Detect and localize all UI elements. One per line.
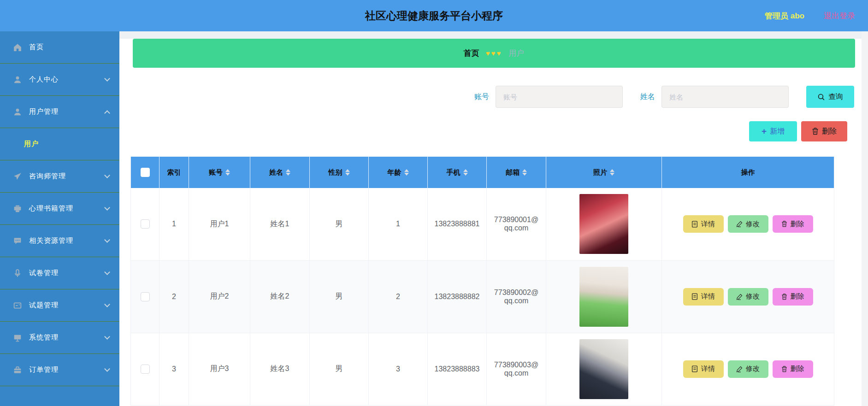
header-phone[interactable]: 手机 — [428, 157, 487, 188]
header-gender[interactable]: 性别 — [310, 157, 369, 188]
cell-phone: 13823888883 — [428, 333, 487, 405]
header-label: 索引 — [167, 168, 181, 177]
chevron-down-icon — [104, 269, 110, 275]
chevron-down-icon — [104, 205, 110, 211]
table-row: 1 用户1 姓名1 男 1 13823888881 773890001@qq.c… — [131, 188, 834, 260]
header-photo[interactable]: 照片 — [546, 157, 662, 188]
detail-button[interactable]: 详情 — [683, 360, 724, 378]
header-label: 年龄 — [388, 168, 402, 177]
cell-email: 773890001@qq.com — [487, 188, 546, 260]
user-photo[interactable] — [579, 194, 628, 254]
table-header-row: 索引 账号 姓名 性别 — [131, 157, 834, 188]
monitor-icon — [13, 333, 22, 342]
app-title: 社区心理健康服务平台小程序 — [0, 0, 868, 31]
chevron-down-icon — [104, 366, 110, 372]
edit-button[interactable]: 修改 — [728, 288, 768, 306]
sidebar-subitem-label: 用户 — [24, 140, 39, 148]
header-name[interactable]: 姓名 — [250, 157, 310, 188]
sidebar-item-counselor-management[interactable]: 咨询师管理 — [0, 160, 119, 193]
logout-link[interactable]: 退出登录 — [824, 11, 855, 21]
sidebar-item-personal-center[interactable]: 个人中心 — [0, 64, 119, 96]
detail-button[interactable]: 详情 — [683, 288, 724, 306]
sidebar-item-label: 相关资源管理 — [29, 236, 73, 245]
delete-button[interactable]: 删除 — [773, 360, 813, 378]
document-icon — [691, 365, 698, 372]
sort-icon — [286, 169, 290, 176]
users-icon — [13, 107, 22, 117]
cell-age: 3 — [369, 333, 428, 405]
detail-button[interactable]: 详情 — [683, 215, 724, 233]
chevron-down-icon — [104, 301, 110, 307]
sort-icon — [463, 169, 468, 176]
sidebar-item-home[interactable]: 首页 — [0, 31, 119, 64]
row-checkbox[interactable] — [141, 219, 150, 229]
cell-name: 姓名2 — [250, 260, 310, 333]
sidebar-item-label: 用户管理 — [29, 107, 59, 116]
query-button[interactable]: 查询 — [806, 86, 854, 108]
pencil-icon — [736, 221, 743, 227]
sort-icon — [345, 169, 350, 176]
pencil-icon — [736, 366, 743, 372]
breadcrumb-home[interactable]: 首页 — [464, 48, 479, 59]
select-all-header — [131, 157, 159, 188]
add-button[interactable]: + 新增 — [749, 121, 797, 141]
pencil-icon — [736, 294, 743, 300]
delete-button[interactable]: 删除 — [773, 288, 813, 306]
sidebar-subitem-user[interactable]: 用户 — [0, 128, 119, 160]
edit-button-label: 修改 — [746, 292, 760, 301]
header-account[interactable]: 账号 — [189, 157, 250, 188]
edit-button[interactable]: 修改 — [728, 360, 768, 378]
sidebar-item-resource-management[interactable]: 相关资源管理 — [0, 225, 119, 257]
scrollbar[interactable] — [862, 31, 868, 406]
row-checkbox[interactable] — [141, 365, 150, 374]
cell-index: 2 — [159, 260, 189, 333]
sidebar-item-label: 首页 — [29, 43, 44, 52]
cell-age: 2 — [369, 260, 428, 333]
sidebar-item-book-management[interactable]: 心理书籍管理 — [0, 193, 119, 225]
main-content: 首页 ♥♥♥ 用户 账号 姓名 查询 + 新增 — [119, 31, 868, 406]
page: 社区心理健康服务平台小程序 管理员 abo 退出登录 首页 个人中心 用户管理 — [0, 0, 868, 406]
name-input[interactable] — [661, 86, 789, 108]
select-all-checkbox[interactable] — [141, 168, 150, 177]
batch-delete-label: 删除 — [822, 127, 837, 136]
edit-button-label: 修改 — [746, 220, 760, 229]
sidebar-item-label: 系统管理 — [29, 333, 59, 342]
header-age[interactable]: 年龄 — [369, 157, 428, 188]
row-checkbox[interactable] — [141, 292, 150, 301]
cell-gender: 男 — [310, 188, 369, 260]
header-label: 姓名 — [269, 168, 283, 177]
table-row: 2 用户2 姓名2 男 2 13823888882 773890002@qq.c… — [131, 260, 834, 333]
chat-icon — [13, 236, 22, 246]
cell-phone: 13823888882 — [428, 260, 487, 333]
sort-icon — [610, 169, 614, 176]
cell-gender: 男 — [310, 260, 369, 333]
trash-icon — [781, 294, 787, 300]
sidebar-item-label: 个人中心 — [29, 75, 59, 84]
sidebar-item-label: 订单管理 — [29, 365, 59, 374]
user-photo[interactable] — [579, 267, 628, 327]
briefcase-icon — [13, 365, 22, 375]
detail-button-label: 详情 — [701, 220, 715, 229]
detail-button-label: 详情 — [701, 292, 715, 301]
microphone-icon — [13, 269, 22, 278]
breadcrumb: 首页 ♥♥♥ 用户 — [133, 39, 855, 68]
sidebar-item-user-management[interactable]: 用户管理 — [0, 96, 119, 128]
edit-button[interactable]: 修改 — [728, 215, 768, 233]
sidebar-item-order-management[interactable]: 订单管理 — [0, 354, 119, 386]
delete-button[interactable]: 删除 — [773, 215, 813, 233]
cell-gender: 男 — [310, 333, 369, 405]
sidebar-item-system-management[interactable]: 系统管理 — [0, 322, 119, 354]
header-email[interactable]: 邮箱 — [487, 157, 546, 188]
header-index[interactable]: 索引 — [159, 157, 189, 188]
plus-icon: + — [762, 126, 767, 136]
chevron-up-icon — [104, 110, 110, 116]
delete-button-label: 删除 — [791, 220, 804, 229]
user-photo[interactable] — [579, 339, 628, 399]
edit-button-label: 修改 — [746, 365, 760, 373]
sidebar-item-exam-paper-management[interactable]: 试卷管理 — [0, 257, 119, 289]
chevron-down-icon — [104, 172, 110, 178]
cell-email: 773890002@qq.com — [487, 260, 546, 333]
sidebar-item-question-management[interactable]: 试题管理 — [0, 289, 119, 322]
account-input[interactable] — [496, 86, 623, 108]
batch-delete-button[interactable]: 删除 — [801, 121, 847, 141]
